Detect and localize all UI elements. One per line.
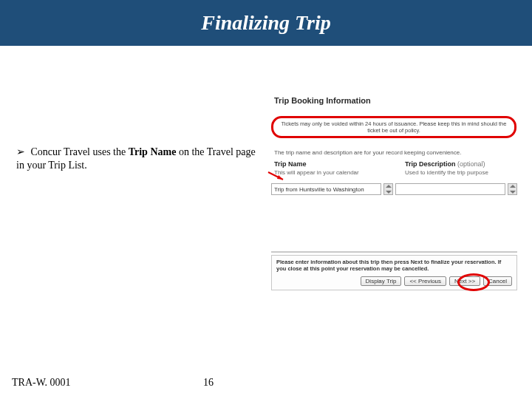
title-band: Finalizing Trip <box>0 0 532 46</box>
trip-desc-sub: Used to identify the trip purpose <box>405 169 516 176</box>
trip-input-row: Trip from Huntsville to Washington <box>271 183 517 197</box>
scrollbar-stub[interactable] <box>383 183 393 195</box>
slide-content: Trip Booking Information Tickets may onl… <box>0 46 532 399</box>
cancel-button[interactable]: Cancel <box>483 276 512 286</box>
trip-desc-group: Trip Description (optional) Used to iden… <box>405 160 516 176</box>
svg-marker-1 <box>277 175 283 180</box>
record-keeping-note: The trip name and description are for yo… <box>274 149 461 156</box>
scrollbar-stub[interactable] <box>508 183 517 195</box>
section-heading: Trip Booking Information <box>274 96 371 105</box>
display-trip-button[interactable]: Display Trip <box>361 276 402 286</box>
trip-name-input[interactable]: Trip from Huntsville to Washington <box>271 183 381 195</box>
slide-title: Finalizing Trip <box>201 11 331 35</box>
trip-name-value: Trip from Huntsville to Washington <box>274 186 364 193</box>
trip-desc-optional: (optional) <box>457 160 485 168</box>
ticket-void-notice: Tickets may only be voided within 24 hou… <box>271 116 516 138</box>
trip-desc-input[interactable] <box>395 183 505 195</box>
trip-name-label: Trip Name <box>274 160 400 168</box>
trip-name-sub: This will appear in your calendar <box>274 169 400 176</box>
next-button[interactable]: Next >> <box>449 276 480 286</box>
divider <box>271 251 517 253</box>
bullet-marker: ➢ <box>16 146 28 159</box>
bullet-bold: Trip Name <box>129 146 177 157</box>
ticket-void-text: Tickets may only be voided within 24 hou… <box>278 120 510 134</box>
button-row: Display Trip << Previous Next >> Cancel <box>276 276 512 286</box>
trip-desc-label-text: Trip Description <box>405 160 456 168</box>
trip-desc-label: Trip Description (optional) <box>405 160 516 168</box>
previous-button[interactable]: << Previous <box>404 276 446 286</box>
finalize-message: Please enter information about this trip… <box>276 259 512 273</box>
footer-code: TRA-W. 0001 <box>12 377 71 389</box>
bullet-pre: Concur Travel uses the <box>31 146 129 157</box>
red-arrow-icon <box>267 170 289 182</box>
bullet-item: ➢ Concur Travel uses the Trip Name on th… <box>16 146 260 171</box>
trip-name-group: Trip Name This will appear in your calen… <box>274 160 400 176</box>
footer-page-number: 16 <box>203 377 214 389</box>
finalize-box: Please enter information about this trip… <box>271 255 517 290</box>
bullet-text: Concur Travel uses the Trip Name on the … <box>16 146 256 171</box>
